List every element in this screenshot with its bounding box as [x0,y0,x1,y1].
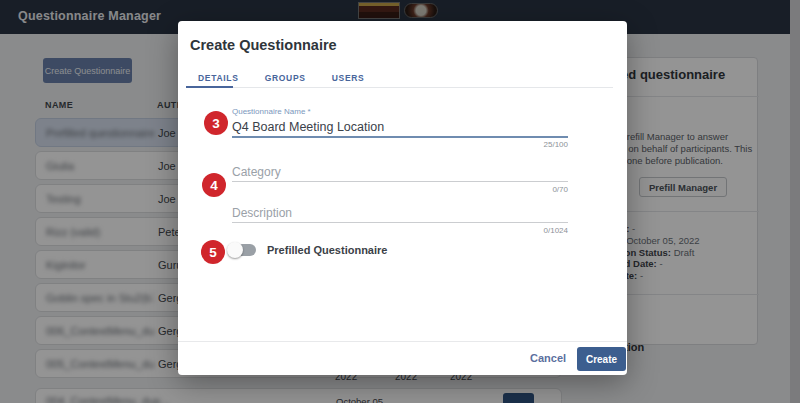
modal-title: Create Questionnaire [190,37,337,53]
prefilled-toggle-row: Prefilled Questionnaire [230,244,387,256]
description-input[interactable] [232,205,568,221]
step-badge-3: 3 [204,111,228,135]
footer-divider [178,341,627,342]
tab-groups[interactable]: GROUPS [257,67,314,93]
cancel-button[interactable]: Cancel [530,352,566,364]
create-questionnaire-modal: Create Questionnaire DETAILS GROUPS USER… [178,21,627,375]
name-char-counter: 25/100 [232,140,568,149]
description-field-underline [232,222,568,223]
prefilled-toggle-label: Prefilled Questionnaire [267,244,387,256]
category-field-underline [232,181,568,182]
name-field-underline [232,136,568,138]
screen: Questionnaire Manager Create Questionnai… [0,0,800,403]
tabs-divider [189,87,613,88]
step-badge-5: 5 [201,240,225,264]
step-badge-4: 4 [202,173,226,197]
category-input[interactable] [232,164,568,180]
questionnaire-name-input[interactable] [232,118,568,136]
description-char-counter: 0/1024 [232,226,568,235]
tab-users[interactable]: USERS [324,67,373,93]
tab-details[interactable]: DETAILS [190,67,247,93]
questionnaire-name-label: Questionnaire Name * [232,107,311,116]
category-char-counter: 0/70 [232,185,568,194]
toggle-knob [227,242,243,258]
modal-tabs: DETAILS GROUPS USERS [190,67,382,93]
active-tab-indicator [186,86,233,88]
prefilled-questionnaire-toggle[interactable] [230,244,256,256]
create-button[interactable]: Create [577,347,626,371]
